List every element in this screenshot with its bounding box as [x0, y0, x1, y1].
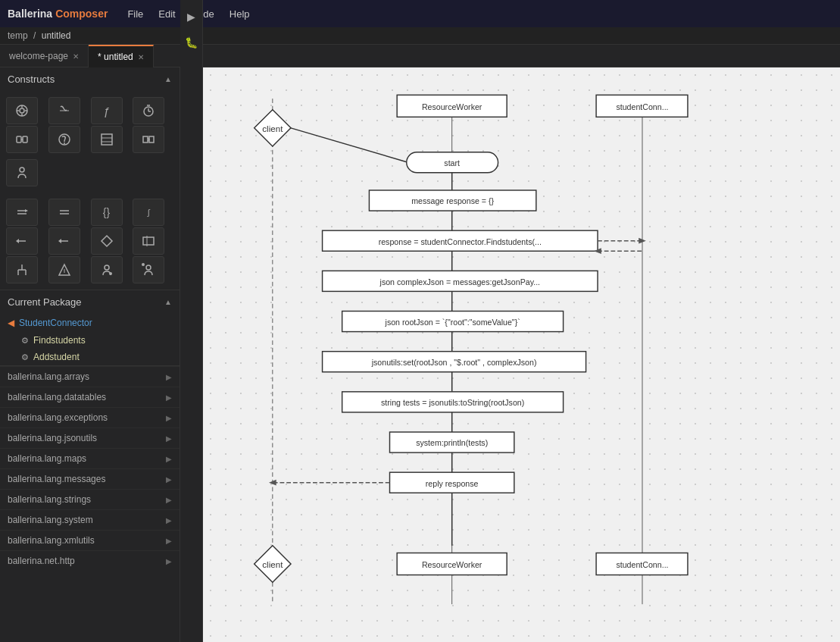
- stmt-fork[interactable]: [6, 256, 38, 283]
- construct-lambda[interactable]: ƒ: [91, 97, 123, 124]
- lib-xmlutils-chevron: ▶: [166, 537, 172, 545]
- lib-arrays-chevron: ▶: [166, 373, 172, 381]
- stmt-worker-send[interactable]: [91, 256, 123, 283]
- debug-button[interactable]: 🐛: [183, 33, 201, 52]
- main-layout: Constructs ▲ ƒ: [0, 67, 840, 642]
- pkg-connector-item[interactable]: ◀ StudentConnector: [0, 314, 180, 332]
- constructs-label: Constructs: [8, 74, 55, 85]
- stmt-assign[interactable]: [6, 199, 38, 226]
- stmt-return[interactable]: [6, 227, 38, 255]
- construct-connector[interactable]: [6, 126, 38, 153]
- lib-xmlutils[interactable]: ballerina.lang.xmlutils ▶: [0, 530, 180, 550]
- svg-point-41: [109, 272, 112, 275]
- left-panel: Constructs ▲ ƒ: [0, 67, 180, 642]
- pkg-findstudents[interactable]: ⚙ Findstudents: [0, 332, 180, 349]
- svg-rect-16: [101, 134, 112, 145]
- connector-name: StudentConnector: [19, 318, 92, 328]
- addstudent-label: Addstudent: [33, 352, 80, 362]
- lib-system[interactable]: ballerina.lang.system ▶: [0, 509, 180, 530]
- construct-function[interactable]: [48, 97, 80, 124]
- svg-text:system:println(tests): system:println(tests): [416, 438, 488, 447]
- tab-untitled[interactable]: * untitled ✕: [89, 45, 154, 67]
- construct-timer[interactable]: [133, 97, 164, 124]
- svg-rect-32: [143, 237, 154, 245]
- lib-strings-chevron: ▶: [166, 496, 172, 504]
- svg-marker-66: [594, 248, 601, 254]
- tab-welcome-page[interactable]: welcome-page ✕: [0, 45, 89, 67]
- lib-system-chevron: ▶: [166, 516, 172, 525]
- breadcrumb: temp / untitled: [0, 27, 840, 45]
- tab-welcome-page-close[interactable]: ✕: [73, 52, 79, 61]
- lib-strings[interactable]: ballerina.lang.strings ▶: [0, 489, 180, 509]
- current-package-header[interactable]: Current Package ▲: [0, 290, 180, 314]
- lib-http[interactable]: ballerina.net.http ▶: [0, 550, 180, 571]
- lib-http-label: ballerina.net.http: [8, 556, 75, 566]
- svg-point-40: [105, 265, 109, 270]
- lib-system-label: ballerina.lang.system: [8, 515, 93, 525]
- svg-text:studentConn...: studentConn...: [616, 102, 668, 111]
- svg-text:json complexJson = messages:ge: json complexJson = messages:getJsonPay..…: [379, 277, 541, 287]
- lib-jsonutils-label: ballerina.lang.jsonutils: [8, 433, 97, 443]
- svg-rect-19: [143, 136, 148, 142]
- svg-marker-86: [269, 480, 276, 486]
- stmt-break[interactable]: [133, 227, 164, 255]
- stmt-transform[interactable]: [48, 256, 80, 283]
- tab-untitled-close[interactable]: ✕: [138, 53, 144, 61]
- lib-exceptions-label: ballerina.lang.exceptions: [8, 412, 108, 423]
- lib-arrays[interactable]: ballerina.lang.arrays ▶: [0, 366, 180, 387]
- constructs-grid: ƒ: [0, 91, 180, 159]
- menu-edit[interactable]: Edit: [158, 8, 175, 20]
- menu-help[interactable]: Help: [230, 8, 250, 20]
- svg-marker-64: [639, 238, 646, 244]
- stmt-reply[interactable]: [48, 227, 80, 255]
- gear-findstudents-icon: ⚙: [21, 336, 29, 346]
- lib-datatables-label: ballerina.lang.datatables: [8, 392, 106, 402]
- construct-worker[interactable]: [6, 159, 38, 186]
- current-package-section: Current Package ▲ ◀ StudentConnector ⚙ F…: [0, 290, 180, 366]
- svg-rect-57: [369, 190, 536, 211]
- topbar: Ballerina Composer File Edit Code Help: [0, 0, 840, 27]
- lib-messages-label: ballerina.lang.messages: [8, 474, 105, 484]
- tab-untitled-label: * untitled: [98, 52, 133, 62]
- lib-exceptions-chevron: ▶: [166, 414, 172, 422]
- construct-action[interactable]: [48, 126, 80, 153]
- gear-addstudent-icon: ⚙: [21, 352, 29, 362]
- lib-exceptions[interactable]: ballerina.lang.exceptions ▶: [0, 407, 180, 427]
- svg-text:ResourceWorker: ResourceWorker: [422, 560, 482, 569]
- left-actions: ▶ 🐛: [180, 0, 203, 642]
- svg-text:response = studentConnector.Fi: response = studentConnector.Findstudents…: [379, 237, 542, 246]
- svg-rect-47: [397, 95, 507, 117]
- lib-strings-label: ballerina.lang.strings: [8, 494, 91, 505]
- lib-maps[interactable]: ballerina.lang.maps ▶: [0, 448, 180, 468]
- stmt-if[interactable]: [48, 199, 80, 226]
- stmt-expr[interactable]: ∫: [133, 199, 164, 226]
- app-title: Ballerina Composer: [8, 8, 108, 20]
- lib-jsonutils[interactable]: ballerina.lang.jsonutils ▶: [0, 427, 180, 448]
- lib-jsonutils-chevron: ▶: [166, 434, 172, 443]
- svg-rect-61: [323, 230, 598, 251]
- construct-transform[interactable]: [133, 126, 164, 153]
- svg-rect-55: [407, 152, 498, 173]
- svg-marker-51: [254, 110, 291, 146]
- lib-datatables[interactable]: ballerina.lang.datatables ▶: [0, 387, 180, 407]
- stmt-worker-receive[interactable]: [133, 256, 164, 283]
- constructs-section: Constructs ▲ ƒ: [0, 67, 180, 290]
- svg-line-53: [291, 128, 408, 162]
- svg-marker-88: [254, 546, 291, 582]
- svg-rect-71: [342, 312, 564, 332]
- lib-messages[interactable]: ballerina.lang.messages ▶: [0, 468, 180, 489]
- svg-point-21: [20, 168, 24, 172]
- menu-file[interactable]: File: [127, 8, 143, 20]
- stmt-var[interactable]: {}: [91, 199, 123, 226]
- pkg-addstudent[interactable]: ⚙ Addstudent: [0, 349, 180, 365]
- run-button[interactable]: ▶: [183, 8, 201, 26]
- svg-text:jsonutils:set(rootJson , "$.ro: jsonutils:set(rootJson , "$.root" , comp…: [371, 358, 537, 367]
- stmt-while[interactable]: [91, 227, 123, 255]
- construct-struct[interactable]: [91, 126, 123, 153]
- breadcrumb-part1: temp: [8, 30, 28, 41]
- construct-service[interactable]: [6, 97, 38, 124]
- constructs-header[interactable]: Constructs ▲: [0, 67, 180, 91]
- current-package-chevron: ▲: [164, 298, 172, 306]
- diagram-canvas[interactable]: ResourceWorker studentConn... client sta…: [203, 67, 840, 642]
- svg-marker-54: [408, 158, 416, 166]
